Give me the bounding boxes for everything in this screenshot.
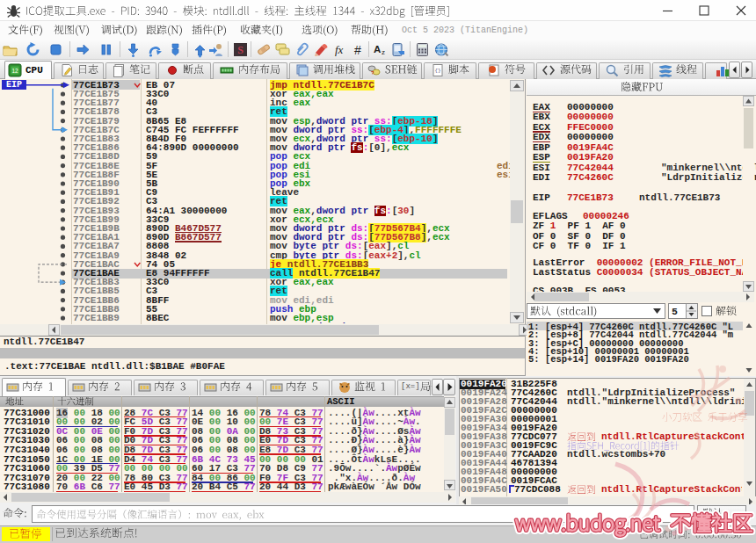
svg-text:fx: fx (335, 43, 344, 56)
svg-text:A: A (374, 44, 381, 54)
svg-text:#: # (354, 43, 361, 57)
svg-text:z: z (382, 48, 385, 56)
svg-text:S: S (237, 44, 244, 56)
svg-text:{}: {} (435, 68, 441, 74)
